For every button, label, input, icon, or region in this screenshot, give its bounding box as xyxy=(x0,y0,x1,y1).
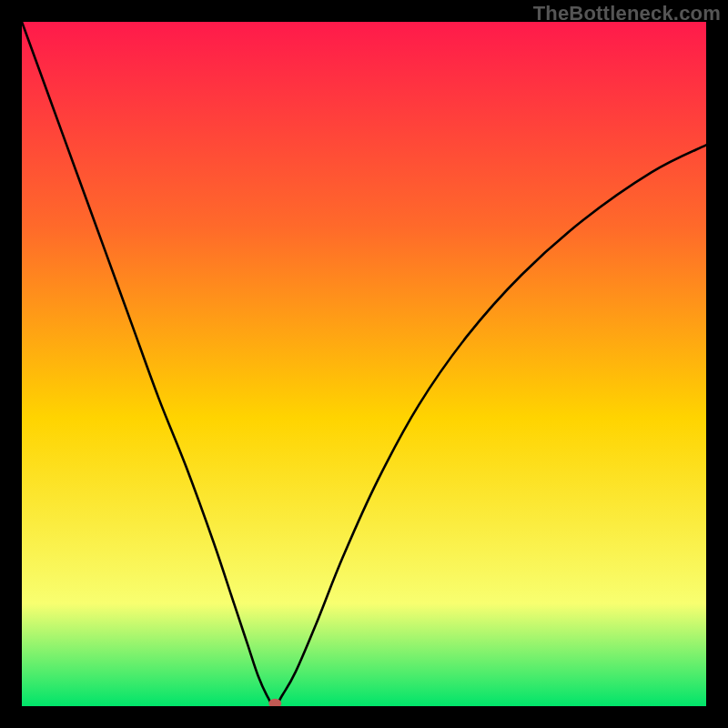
watermark-text: TheBottleneck.com xyxy=(533,2,721,25)
chart-plot xyxy=(22,22,706,706)
gradient-background xyxy=(22,22,706,706)
chart-frame xyxy=(22,22,706,706)
